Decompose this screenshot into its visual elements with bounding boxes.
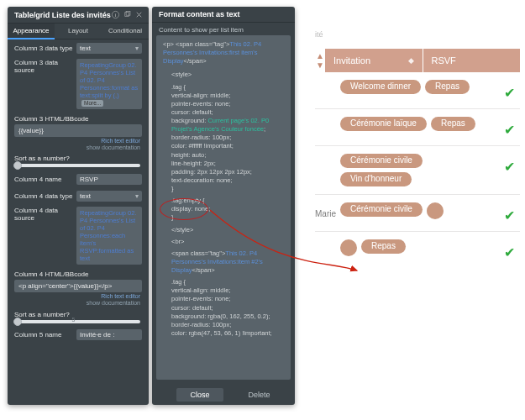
col4-html-label: Column 4 HTML/BBcode [8,267,149,278]
col3-src-label: Column 3 data source [14,59,73,74]
delete-button[interactable]: Delete [249,388,270,402]
check-icon: ✔ [498,154,520,175]
panel-header: Table/grid Liste des invités i [8,7,149,24]
col3-type-select[interactable]: text▾ [76,43,142,54]
table-row: Welcome dinner Repas ✔ [315,72,520,109]
chevron-down-icon: ▾ [135,192,139,200]
col3-src-expression[interactable]: RepeatingGroup 02. P4 Personnes's List o… [76,59,142,109]
svg-rect-2 [125,13,129,17]
tabs: Appearance Layout Conditional [8,24,149,39]
tag: Welcome dinner [340,80,421,94]
col4-name-label: Column 4 name [14,176,73,183]
tag: Repas [361,239,406,254]
svg-rect-3 [126,11,130,15]
rich-text-link-2[interactable]: Rich text editor [8,293,140,300]
table-grid-panel: Table/grid Liste des invités i Appearanc… [8,7,149,405]
more-pill[interactable]: More... [81,100,103,107]
col-invitation[interactable]: Invitation◆ [325,49,423,72]
tag: Cérémonie civile [340,202,423,217]
tag: Cérémonie civile [340,154,423,168]
close-icon[interactable] [134,10,144,19]
content-subhead: Content to show per list item [152,23,295,35]
panel-title: Format content as text [159,10,240,18]
sort-slider[interactable] [16,164,140,167]
info-icon[interactable]: i [111,10,120,19]
tag: Repas [425,80,470,94]
col5-name-label: Column 5 name [14,331,73,339]
tab-conditional[interactable]: Conditional [102,24,149,39]
sort-number-label: Sort as a number? [8,153,149,162]
check-icon: ✔ [498,239,520,260]
chevron-down-icon: ▾ [135,45,139,52]
preview-table: ité ▲▼ Invitation◆ RSVF Welcome dinner R… [315,24,520,385]
slider-thumb[interactable] [13,318,22,326]
slider-thumb[interactable] [13,161,22,170]
svg-text:i: i [115,13,117,18]
col4-src-expression[interactable]: RepeatingGroup 02. P4 Personnes's List o… [76,207,142,265]
table-row: Cérémonie civile Vin d'honneur ✔ [315,146,520,195]
check-icon: ✔ [498,80,520,101]
panel-title: Table/grid Liste des invités [14,11,111,19]
table-row: Marie Cérémonie civile ✔ [315,195,520,232]
check-icon: ✔ [498,202,520,223]
check-icon: ✔ [498,117,520,138]
sort-caret-icon[interactable]: ▲▼ [315,51,325,70]
sort-slider-2[interactable]: 5 [16,320,140,323]
copy-icon[interactable] [123,10,132,19]
show-doc-link[interactable]: show documentation [8,144,140,151]
empty-tag [340,239,357,256]
empty-tag [427,202,444,219]
col4-html-value[interactable]: <p align="center">{{value}}</p> [14,280,142,292]
tag: Cérémonie laïque [340,117,427,131]
col5-name-input[interactable]: Invité·e de : [76,329,142,340]
col4-type-label: Column 4 data type [14,192,73,200]
tab-layout[interactable]: Layout [55,24,102,39]
preview-header: ▲▼ Invitation◆ RSVF [315,49,520,72]
col4-name-input[interactable]: RSVP [76,174,142,185]
panel-header: Format content as text [152,7,295,23]
annotation-circle [160,198,208,220]
close-button[interactable]: Close [176,388,223,402]
rich-text-link[interactable]: Rich text editor [8,138,140,144]
col3-html-value[interactable]: {{value}} [14,124,142,137]
show-doc-link-2[interactable]: show documentation [8,300,140,307]
tag: Vin d'honneur [340,172,412,186]
col4-type-select[interactable]: text▾ [76,191,142,202]
row-lead: Marie [315,202,340,218]
tab-appearance[interactable]: Appearance [8,24,55,39]
col-rsvp[interactable]: RSVF [423,49,521,72]
sort-number-label-2: Sort as a number? [8,309,149,318]
table-row: Repas ✔ [315,232,520,268]
table-row: Cérémonie laïque Repas ✔ [315,109,520,146]
col3-html-label: Column 3 HTML/BBcode [8,112,149,123]
col3-type-label: Column 3 data type [14,45,73,52]
tag: Repas [431,117,475,131]
corner-text: ité [315,30,323,39]
col4-src-label: Column 4 data source [14,207,73,222]
sort-caret-icon: ◆ [408,56,414,65]
